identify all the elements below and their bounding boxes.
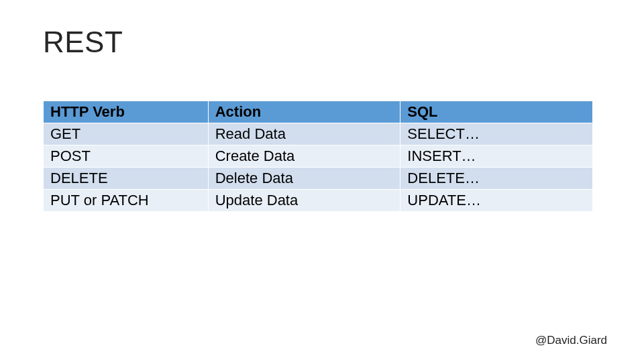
table-row: DELETE Delete Data DELETE…	[44, 168, 593, 190]
cell-verb: GET	[44, 123, 209, 145]
col-header-action: Action	[208, 101, 400, 123]
table-row: POST Create Data INSERT…	[44, 145, 593, 168]
cell-sql: INSERT…	[400, 145, 593, 168]
table-header-row: HTTP Verb Action SQL	[44, 101, 593, 123]
cell-sql: UPDATE…	[400, 190, 593, 212]
cell-action: Delete Data	[208, 168, 400, 190]
col-header-sql: SQL	[400, 101, 593, 123]
col-header-http-verb: HTTP Verb	[44, 101, 209, 123]
cell-sql: SELECT…	[400, 123, 593, 145]
cell-verb: PUT or PATCH	[44, 190, 209, 212]
slide: REST HTTP Verb Action SQL GET Read Data …	[0, 0, 644, 362]
cell-action: Read Data	[208, 123, 400, 145]
page-title: REST	[43, 25, 123, 59]
cell-sql: DELETE…	[400, 168, 593, 190]
cell-action: Create Data	[208, 145, 400, 168]
footer-handle: @David.Giard	[535, 334, 607, 347]
table-row: GET Read Data SELECT…	[44, 123, 593, 145]
cell-action: Update Data	[208, 190, 400, 212]
cell-verb: POST	[44, 145, 209, 168]
cell-verb: DELETE	[44, 168, 209, 190]
table-row: PUT or PATCH Update Data UPDATE…	[44, 190, 593, 212]
rest-table: HTTP Verb Action SQL GET Read Data SELEC…	[43, 101, 593, 212]
